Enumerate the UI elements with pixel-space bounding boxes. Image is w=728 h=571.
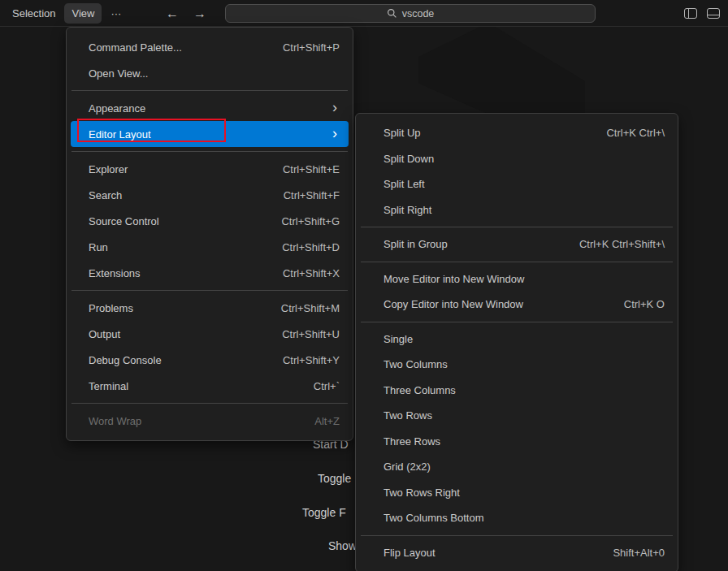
menu-item-shortcut: Ctrl+Shift+F	[251, 189, 340, 201]
menu-item-shortcut: Ctrl+Shift+Y	[250, 354, 340, 366]
menu-item-three-rows[interactable]: Three Rows	[360, 429, 674, 455]
menu-item-label: Two Columns Bottom	[384, 512, 484, 524]
menu-item-label: Single	[384, 333, 413, 345]
menu-item-explorer[interactable]: Explorer Ctrl+Shift+E	[71, 156, 349, 182]
menu-item-copy-editor-new-window[interactable]: Copy Editor into New Window Ctrl+K O	[360, 292, 674, 318]
menu-item-split-in-group[interactable]: Split in Group Ctrl+K Ctrl+Shift+\	[360, 231, 674, 257]
menu-item-split-right[interactable]: Split Right	[360, 197, 674, 223]
menu-more[interactable]: ···	[103, 3, 128, 24]
menu-item-shortcut: Ctrl+Shift+D	[249, 241, 340, 253]
menu-view[interactable]: View	[64, 3, 102, 24]
back-arrow-icon[interactable]: ←	[166, 7, 179, 20]
menu-item-label: Two Rows	[384, 409, 432, 422]
menu-item-label: Appearance	[89, 102, 145, 115]
menu-item-label: Editor Layout	[89, 128, 151, 141]
menu-item-shortcut: Ctrl+K Ctrl+\	[574, 127, 665, 139]
menu-item-command-palette[interactable]: Command Palette... Ctrl+Shift+P	[71, 34, 349, 60]
menu-item-grid-2x2[interactable]: Grid (2x2)	[360, 454, 674, 480]
menu-item-label: Run	[89, 241, 108, 253]
customize-layout-icon[interactable]	[707, 8, 720, 19]
editor-shortcut-hint: Toggle	[318, 472, 351, 485]
menu-item-two-columns[interactable]: Two Columns	[360, 352, 674, 378]
menu-item-label: Move Editor into New Window	[384, 273, 524, 285]
menu-item-two-rows[interactable]: Two Rows	[360, 403, 674, 429]
menu-separator	[361, 227, 673, 227]
menu-item-label: Split Left	[384, 178, 425, 190]
menu-item-label: Three Columns	[384, 384, 456, 396]
menubar: Selection View ···	[5, 3, 128, 24]
menu-item-label: Two Columns	[384, 358, 448, 370]
editor-shortcut-hint: Toggle F	[302, 506, 346, 519]
menu-item-label: Output	[89, 328, 120, 340]
menu-item-label: Grid (2x2)	[384, 461, 431, 473]
menu-item-shortcut: Ctrl+Shift+X	[250, 267, 340, 279]
menu-item-shortcut: Shift+Alt+0	[580, 547, 665, 559]
menu-item-label: Source Control	[89, 215, 159, 227]
search-text: vscode	[402, 8, 435, 19]
menu-item-label: Split Down	[384, 153, 434, 165]
menu-item-label: Split Up	[384, 127, 421, 139]
editor-shortcut-hint: Show	[328, 539, 357, 552]
menu-item-problems[interactable]: Problems Ctrl+Shift+M	[71, 295, 349, 321]
menu-item-single[interactable]: Single	[360, 327, 674, 353]
menu-separator	[72, 403, 348, 404]
menu-item-label: Debug Console	[89, 354, 162, 366]
menu-item-label: Terminal	[89, 380, 128, 392]
menu-item-shortcut: Ctrl+Shift+E	[250, 163, 340, 175]
menu-selection[interactable]: Selection	[5, 3, 63, 24]
menu-item-three-columns[interactable]: Three Columns	[360, 378, 674, 404]
editor-layout-submenu: Split Up Ctrl+K Ctrl+\ Split Down Split …	[355, 113, 678, 571]
menu-item-label: Word Wrap	[89, 415, 141, 427]
menu-separator	[361, 535, 673, 536]
titlebar: Selection View ··· ← → vscode	[0, 0, 728, 27]
menu-item-two-rows-right[interactable]: Two Rows Right	[360, 480, 674, 506]
menu-item-run[interactable]: Run Ctrl+Shift+D	[71, 234, 349, 260]
menu-item-label: Three Rows	[384, 435, 440, 448]
menu-item-two-columns-bottom[interactable]: Two Columns Bottom	[360, 505, 674, 531]
menu-item-split-up[interactable]: Split Up Ctrl+K Ctrl+\	[360, 120, 674, 146]
menu-separator	[72, 290, 348, 291]
menu-separator	[72, 90, 348, 91]
menu-item-terminal[interactable]: Terminal Ctrl+`	[71, 373, 349, 399]
menu-separator	[361, 262, 673, 262]
menu-item-open-view[interactable]: Open View...	[71, 60, 349, 86]
menu-item-extensions[interactable]: Extensions Ctrl+Shift+X	[71, 260, 349, 286]
toggle-sidebar-icon[interactable]	[684, 8, 697, 19]
menu-item-label: Two Rows Right	[384, 487, 460, 499]
menu-item-search[interactable]: Search Ctrl+Shift+F	[71, 182, 349, 208]
menu-separator	[361, 322, 673, 322]
menu-item-flip-layout[interactable]: Flip Layout Shift+Alt+0	[360, 540, 674, 566]
search-icon	[387, 8, 397, 19]
command-center-search[interactable]: vscode	[225, 4, 596, 23]
layout-controls	[684, 0, 720, 27]
menu-item-label: Extensions	[89, 267, 141, 279]
menu-item-appearance[interactable]: Appearance ›	[71, 95, 349, 121]
menu-item-source-control[interactable]: Source Control Ctrl+Shift+G	[71, 208, 349, 234]
vscode-logo-watermark	[418, 23, 585, 120]
menu-item-shortcut: Ctrl+K Ctrl+Shift+\	[547, 238, 665, 250]
menu-item-word-wrap[interactable]: Word Wrap Alt+Z	[71, 408, 349, 434]
menu-item-move-editor-new-window[interactable]: Move Editor into New Window	[360, 266, 674, 292]
chevron-right-icon: ›	[332, 100, 340, 115]
menu-item-shortcut: Alt+Z	[282, 415, 340, 427]
menu-item-label: Flip Layout	[384, 547, 436, 559]
history-navigation: ← →	[166, 0, 206, 27]
menu-item-split-down[interactable]: Split Down	[360, 146, 674, 172]
menu-item-shortcut: Ctrl+K O	[592, 298, 665, 310]
menu-item-editor-layout[interactable]: Editor Layout ›	[71, 121, 349, 147]
menu-item-label: Split Right	[384, 204, 431, 216]
menu-item-shortcut: Ctrl+Shift+P	[250, 41, 340, 54]
menu-separator	[72, 151, 348, 152]
forward-arrow-icon[interactable]: →	[193, 7, 206, 20]
menu-item-label: Copy Editor into New Window	[384, 298, 523, 310]
menu-item-label: Split in Group	[384, 238, 448, 250]
menu-item-shortcut: Ctrl+`	[281, 380, 340, 392]
view-menu: Command Palette... Ctrl+Shift+P Open Vie…	[66, 27, 353, 441]
menu-item-split-left[interactable]: Split Left	[360, 171, 674, 197]
menu-item-label: Search	[89, 189, 122, 201]
menu-item-debug-console[interactable]: Debug Console Ctrl+Shift+Y	[71, 347, 349, 373]
menu-item-output[interactable]: Output Ctrl+Shift+U	[71, 321, 349, 347]
menu-item-label: Open View...	[89, 67, 148, 80]
chevron-right-icon: ›	[332, 126, 340, 141]
menu-item-label: Explorer	[89, 163, 128, 175]
